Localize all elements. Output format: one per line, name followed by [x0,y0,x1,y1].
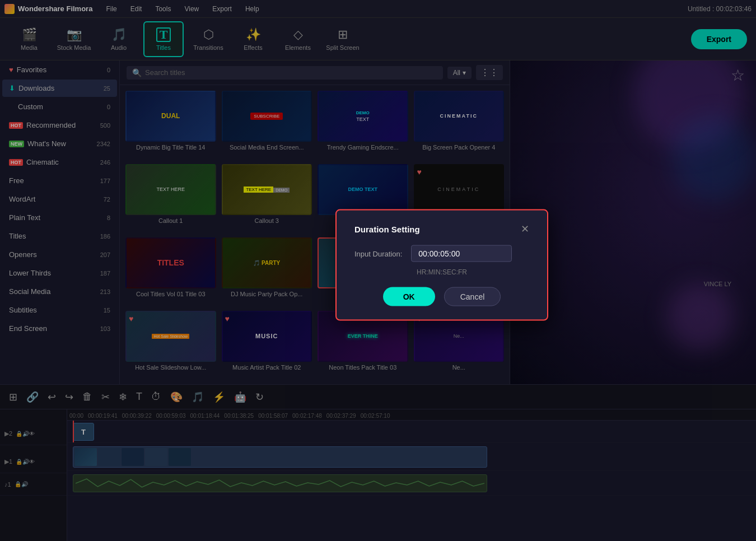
modal-label-input-duration: Input Duration: [354,249,402,258]
modal-field-duration: Input Duration: HR:MIN:SEC:FR [354,245,529,276]
modal-cancel-button[interactable]: Cancel [444,287,501,306]
modal-close-button[interactable]: ✕ [521,224,529,234]
modal-title-bar: Duration Setting ✕ [354,224,529,234]
modal-row-input: Input Duration: [354,245,529,262]
modal-title: Duration Setting [354,224,420,234]
modal-input-duration[interactable] [411,245,512,262]
duration-setting-modal: Duration Setting ✕ Input Duration: HR:MI… [335,209,548,321]
modal-overlay: Duration Setting ✕ Input Duration: HR:MI… [0,0,756,541]
modal-hint-format: HR:MIN:SEC:FR [417,268,467,276]
modal-buttons: OK Cancel [354,287,529,306]
modal-ok-button[interactable]: OK [383,287,435,306]
